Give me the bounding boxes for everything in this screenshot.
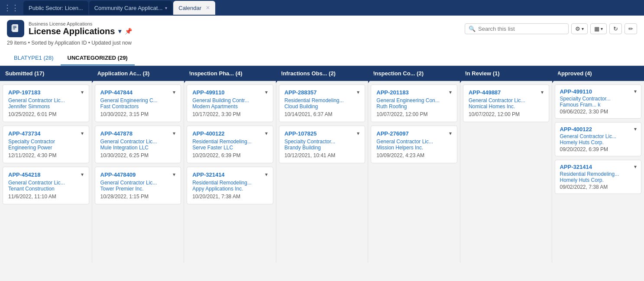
card-id[interactable]: APP-197183 xyxy=(8,89,40,96)
card-company: Modern Apartments xyxy=(192,103,268,110)
search-input[interactable] xyxy=(478,26,565,32)
table-row[interactable]: APP-447878 ▾ General Contractor Lic... M… xyxy=(95,126,181,163)
card-dropdown-icon[interactable]: ▾ xyxy=(357,130,359,136)
table-row[interactable]: APP-473734 ▾ Specialty Contractor Engine… xyxy=(3,126,89,163)
search-box[interactable]: 🔍 xyxy=(465,23,569,34)
card-type: Residential Remodeling... xyxy=(285,97,360,103)
card-id[interactable]: APP-201183 xyxy=(376,89,408,96)
card-dropdown-icon[interactable]: ▾ xyxy=(265,130,268,136)
table-row[interactable]: APP-447844 ▾ General Engineering C... Fa… xyxy=(95,84,181,122)
col-header-submitted: Submitted (17) xyxy=(0,66,92,81)
card-dropdown-icon[interactable]: ▾ xyxy=(541,89,544,95)
search-icon: 🔍 xyxy=(469,26,476,32)
card-dropdown-icon[interactable]: ▾ xyxy=(81,89,84,95)
tab-calendar[interactable]: Calendar ✕ xyxy=(173,1,215,15)
card-dropdown-icon[interactable]: ▾ xyxy=(173,171,175,178)
card-type: General Engineering C... xyxy=(100,97,176,103)
card-dropdown-icon[interactable]: ▾ xyxy=(634,126,637,132)
card-dropdown-icon[interactable]: ▾ xyxy=(173,130,175,136)
card-id[interactable]: APP-400122 xyxy=(192,130,224,137)
table-row[interactable]: APP-400122 ▾ Residential Remodeling... S… xyxy=(187,126,273,163)
col-in-review: APP-449887 ▾ General Contractor Lic... N… xyxy=(460,81,553,263)
col-inspection-pha: APP-499110 ▾ General Building Contr... M… xyxy=(184,81,276,263)
card-id[interactable]: APP-276097 xyxy=(376,130,408,137)
table-row[interactable]: APP-499110 ▾ Specialty Contractor... Fam… xyxy=(555,84,641,119)
table-row[interactable]: APP-454218 ▾ General Contractor Lic... T… xyxy=(3,167,89,204)
card-id[interactable]: APP-4478409 xyxy=(100,171,136,178)
card-company: Tower Premier Inc. xyxy=(100,186,176,192)
col-application: APP-447844 ▾ General Engineering C... Fa… xyxy=(92,81,184,263)
card-dropdown-icon[interactable]: ▾ xyxy=(265,171,268,178)
table-row[interactable]: APP-201183 ▾ General Engineering Con... … xyxy=(371,84,457,122)
table-row[interactable]: APP-107825 ▾ Specialty Contractor... Bra… xyxy=(279,126,366,163)
card-id[interactable]: APP-473734 xyxy=(8,130,40,137)
table-row[interactable]: APP-400122 ▾ General Contractor Lic... H… xyxy=(555,122,641,156)
card-id[interactable]: APP-454218 xyxy=(8,171,40,178)
card-id[interactable]: APP-321414 xyxy=(560,164,592,170)
card-date: 09/20/2022, 6:39 PM xyxy=(560,146,637,152)
card-dropdown-icon[interactable]: ▾ xyxy=(81,130,84,136)
col-infractions: APP-288357 ▾ Residential Remodeling... C… xyxy=(276,81,369,263)
card-id[interactable]: APP-107825 xyxy=(285,130,317,137)
table-row[interactable]: APP-321414 ▾ Residential Remodeling... H… xyxy=(555,160,641,194)
refresh-icon: ↻ xyxy=(613,26,618,32)
header-left: Business License Applications License Ap… xyxy=(7,20,132,37)
card-dropdown-icon[interactable]: ▾ xyxy=(449,130,452,136)
card-type: Residential Remodeling... xyxy=(192,180,268,186)
list-tabs: BLATYPE1 (28) UNCATEGORIZED (29) xyxy=(7,49,637,65)
card-date: 10/20/2022, 6:39 PM xyxy=(192,152,268,158)
card-type: Residential Remodeling... xyxy=(192,139,268,145)
card-company: Nomical Homes Inc. xyxy=(469,103,544,110)
tab-uncategorized[interactable]: UNCATEGORIZED (29) xyxy=(61,51,135,65)
kanban-board: Submitted (17) Application Ac... (3) Ins… xyxy=(0,66,644,263)
card-id[interactable]: APP-400122 xyxy=(560,126,592,132)
table-row[interactable]: APP-4478409 ▾ General Contractor Lic... … xyxy=(95,167,181,204)
table-row[interactable]: APP-449887 ▾ General Contractor Lic... N… xyxy=(463,84,550,122)
card-id[interactable]: APP-447878 xyxy=(100,130,133,137)
card-id[interactable]: APP-288357 xyxy=(285,89,317,96)
card-id[interactable]: APP-499110 xyxy=(192,89,224,96)
card-dropdown-icon[interactable]: ▾ xyxy=(81,171,84,178)
col-header-in-review: In Review (1) xyxy=(460,66,552,81)
settings-button[interactable]: ⚙ ▾ xyxy=(571,23,588,34)
edit-button[interactable]: ✏ xyxy=(625,23,637,34)
card-type: Specialty Contractor xyxy=(8,139,84,145)
table-row[interactable]: APP-499110 ▾ General Building Contr... M… xyxy=(187,84,273,122)
table-row[interactable]: APP-288357 ▾ Residential Remodeling... C… xyxy=(279,84,366,122)
card-id[interactable]: APP-447844 xyxy=(100,89,133,96)
card-type: Specialty Contractor... xyxy=(285,139,360,145)
title-dropdown-icon[interactable]: ▾ xyxy=(118,28,121,35)
view-toggle-button[interactable]: ▦ ▾ xyxy=(590,23,607,34)
tab-public-sector[interactable]: Public Sector: Licen... xyxy=(23,1,88,15)
tab-label: Public Sector: Licen... xyxy=(29,5,83,11)
pin-icon[interactable]: 📌 xyxy=(125,28,132,35)
card-date: 09/02/2022, 7:38 AM xyxy=(560,184,637,190)
card-type: General Engineering Con... xyxy=(376,97,452,103)
card-dropdown-icon[interactable]: ▾ xyxy=(265,89,268,95)
page-title-container: License Applications ▾ 📌 xyxy=(29,26,132,36)
card-date: 10/25/2022, 6:01 PM xyxy=(8,111,84,117)
close-icon[interactable]: ✕ xyxy=(206,5,210,11)
card-dropdown-icon[interactable]: ▾ xyxy=(173,89,175,95)
card-dropdown-icon[interactable]: ▾ xyxy=(634,164,637,170)
card-date: 10/30/2022, 6:25 PM xyxy=(100,152,176,158)
svg-rect-2 xyxy=(13,27,16,28)
table-row[interactable]: APP-321414 ▾ Residential Remodeling... A… xyxy=(187,167,273,204)
card-dropdown-icon[interactable]: ▾ xyxy=(357,89,359,95)
card-date: 10/30/2022, 3:15 PM xyxy=(100,111,176,117)
license-icon xyxy=(11,24,20,33)
tab-community-care[interactable]: Community Care Applicat... ▾ xyxy=(89,1,173,15)
tab-blatype1[interactable]: BLATYPE1 (28) xyxy=(7,51,61,65)
table-row[interactable]: APP-197183 ▾ General Contractor Lic... J… xyxy=(3,84,89,122)
card-id[interactable]: APP-321414 xyxy=(192,171,224,178)
card-id[interactable]: APP-499110 xyxy=(560,88,592,95)
card-dropdown-icon[interactable]: ▾ xyxy=(634,88,637,95)
grid-icon[interactable]: ⋮⋮ xyxy=(3,3,19,13)
refresh-button[interactable]: ↻ xyxy=(609,23,622,34)
breadcrumb: Business License Applications xyxy=(29,21,132,26)
card-company: Ruth Roofing xyxy=(376,103,452,110)
table-row[interactable]: APP-276097 ▾ General Contractor Lic... M… xyxy=(371,126,457,163)
card-company: Brandy Building xyxy=(285,145,360,151)
card-id[interactable]: APP-449887 xyxy=(469,89,501,96)
card-dropdown-icon[interactable]: ▾ xyxy=(449,89,452,95)
